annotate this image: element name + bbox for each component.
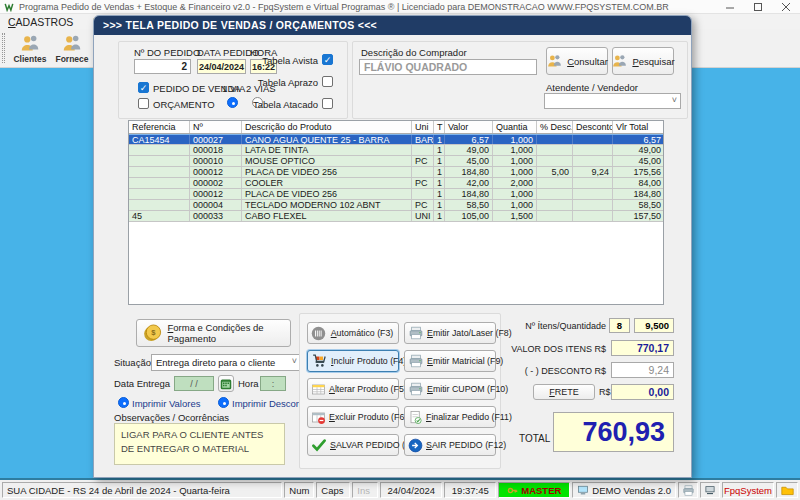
emitir-matricial-button[interactable]: Emitir Matricial (F9) [404,350,496,372]
column-header[interactable]: Quantia [493,121,537,133]
status-folder[interactable] [776,482,798,498]
pesquisar-label: Pesquisar [632,56,674,67]
monitor-icon [704,484,716,496]
calendar-button[interactable] [218,375,234,392]
table-cell: 1 [434,156,445,166]
pedido-venda-checkbox[interactable] [138,82,149,93]
toolbar-grip[interactable] [2,33,5,63]
table-row[interactable]: 000012PLACA DE VIDEO 2561184,801,0005,00… [129,167,663,178]
table-cell [537,200,573,210]
tabela-avista-checkbox[interactable] [322,54,333,65]
table-cell: 000018 [190,145,242,155]
column-header[interactable]: Referencia [129,121,190,133]
people-icon [546,53,563,70]
freight-field[interactable]: 0,00 [611,384,674,400]
order-number-field[interactable]: 2 [134,59,191,74]
notes-field[interactable]: LIGAR PARA O CLIENTE ANTES DE ENTREGAR O… [114,423,285,465]
column-header[interactable]: Valor [445,121,493,133]
emitir-jato-laser-button[interactable]: Emitir Jato/Laser (F8) [404,322,496,344]
tabela-aprazo-checkbox[interactable] [322,76,333,87]
table-row[interactable]: 000012PLACA DE VIDEO 2561184,801,000184,… [129,189,663,200]
situation-select[interactable]: Entrega direto para o cliente ˅ [151,354,301,371]
table-cell [573,189,613,199]
window-titlebar: Programa Pedido de Vendas + Estoque & Fi… [0,0,800,14]
button-label: Emitir CUPOM (F10) [427,384,508,394]
attendant-select[interactable]: ˅ [544,93,681,109]
automatico-button[interactable]: Automático (F3) [307,322,399,344]
table-row[interactable]: CA15454000027CANO AGUA QUENTE 25 - BARRA… [129,134,663,145]
table-cell [573,156,613,166]
buyer-field[interactable]: FLÁVIO QUADRADO [359,59,537,75]
column-header[interactable]: T [434,121,445,133]
column-header[interactable]: Desconto [573,121,613,133]
table-cell: 42,00 [445,178,493,188]
coin-icon: $ [142,322,164,344]
menu-item-cadastros[interactable]: CADASTROS [8,16,73,28]
column-header[interactable]: % Desc. [537,121,573,133]
table-cell: COOLER [242,178,412,188]
table-cell: 000033 [190,211,242,221]
table-cell: 1,000 [493,189,537,199]
freight-currency-label: R$ [599,387,611,397]
delivery-hour-field[interactable]: : [260,376,286,391]
print-discounts-radio[interactable] [218,397,229,408]
table-cell [129,178,190,188]
via1-radio[interactable] [227,97,238,108]
column-header[interactable]: Nº [190,121,242,133]
attendant-label: Atendente / Vendedor [546,82,638,93]
situation-value: Entrega direto para o cliente [156,357,275,368]
pesquisar-button[interactable]: Pesquisar [612,47,674,75]
status-num: Num [284,482,314,498]
via1-label: 1 VIA [222,83,245,94]
items-quantity-field: 9,500 [634,318,674,333]
table-row[interactable]: 45000033CABO FLEXELUNI1105,001,500157,50 [129,211,663,222]
table-row[interactable]: 000010MOUSE OPTICOPC145,001,00045,00 [129,156,663,167]
table-row[interactable]: 000018LATA DE TINTA149,001,00049,00 [129,145,663,156]
table-row[interactable]: 000004TECLADO MODERNO 102 ABNTPC158,501,… [129,200,663,211]
minimize-button[interactable] [716,0,744,14]
column-header[interactable]: Descrição do Produto [242,121,412,133]
order-date-field[interactable]: 24/04/2024 [197,59,246,74]
status-printer[interactable] [678,482,698,498]
toolbar-button-fornece[interactable]: Fornece [51,30,93,67]
maximize-button[interactable] [744,0,772,14]
toolbar-button-clientes[interactable]: Clientes [9,30,51,67]
discount-field[interactable]: 9,24 [611,362,674,378]
table-cell: CABO FLEXEL [242,211,412,221]
excluir-produto-button[interactable]: Excluir Produto (F6) [307,406,399,428]
people-icon [611,53,628,70]
table-cell: 1 [434,189,445,199]
table-cell [537,145,573,155]
app-logo-icon [4,2,14,12]
incluir-produto-button[interactable]: Incluir Produto (F4) [307,350,399,372]
orcamento-checkbox[interactable] [138,98,149,109]
computer-icon [577,484,589,496]
button-label: Alterar Produto (F5) [329,384,407,394]
printer-icon [408,353,424,369]
payment-terms-button[interactable]: $ Forma e Condições de Pagamento [136,319,291,347]
status-monitor[interactable] [700,482,720,498]
sair-pedido-button[interactable]: SAIR PEDIDO (F12) [404,434,496,456]
close-button[interactable] [772,0,800,14]
alterar-produto-button[interactable]: Alterar Produto (F5) [307,378,399,400]
dialog-titlebar[interactable]: >>> TELA PEDIDO DE VENDAS / ORÇAMENTOS <… [94,16,691,35]
window-controls [716,0,800,14]
table-cell [537,156,573,166]
table-cell: 1,000 [493,145,537,155]
freight-button[interactable]: FRETE [533,384,595,400]
button-label: Emitir Matricial (F9) [427,356,503,366]
column-header[interactable]: Uni [412,121,434,133]
column-header[interactable]: Vlr Total [613,121,664,133]
print-values-radio[interactable] [118,397,129,408]
table-row[interactable]: 000002COOLERPC142,002,00084,00 [129,178,663,189]
table-cell [412,145,434,155]
salvar-pedido-button[interactable]: SALVAR PEDIDO (F7) [307,434,399,456]
finalizar-pedido-button[interactable]: Finalizar Pedido (F11) [404,406,496,428]
emitir-cupom-button[interactable]: Emitir CUPOM (F10) [404,378,496,400]
tabela-atacado-checkbox[interactable] [322,98,333,109]
table-cell: MOUSE OPTICO [242,156,412,166]
consultar-button[interactable]: Consultar [546,47,608,75]
table-cell: 9,24 [573,167,613,177]
delivery-date-field[interactable]: / / [174,376,214,391]
doc-check-icon [408,410,423,425]
